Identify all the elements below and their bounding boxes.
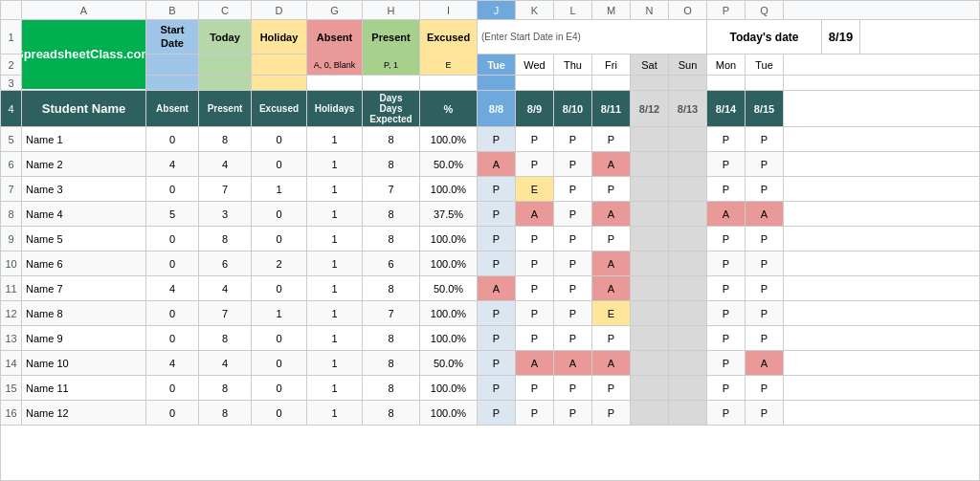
date-q-header: 8/15: [746, 91, 784, 126]
student-row-2: 7Name 307117100.0%PEPPPP: [1, 177, 979, 202]
student-row-1: 6Name 24401850.0%APPAPP: [1, 152, 979, 177]
student-row-8: 13Name 908018100.0%PPPPPP: [1, 326, 979, 351]
date-p-header: 8/14: [707, 91, 746, 126]
day-fri: Fri: [592, 55, 631, 75]
row3-n: [631, 76, 669, 90]
date-l-header: 8/10: [554, 91, 592, 126]
student-name-header: Student Name: [22, 91, 146, 126]
col-header-d: D: [252, 1, 307, 19]
col-header-b: B: [146, 1, 199, 19]
holiday-header: Holiday: [252, 20, 307, 54]
student-row-3: 8Name 45301837.5%PAPAAA: [1, 202, 979, 227]
row3-g: [307, 76, 363, 90]
student-row-5: 10Name 606216100.0%PPPAPP: [1, 251, 979, 276]
start-date-header: Start Date: [146, 20, 199, 54]
row3-c: [199, 76, 252, 90]
date-n-header: 8/12: [631, 91, 669, 126]
excused-header: Excused: [420, 20, 478, 55]
row-num-2: 2: [1, 55, 22, 75]
present-col-header: Present: [199, 91, 252, 126]
day-mon: Mon: [707, 55, 746, 75]
col-header-g: G: [307, 1, 363, 19]
col-header-row: A B C D G H I J K L M N O P Q: [1, 1, 979, 20]
row-num-3: 3: [1, 76, 22, 90]
col-header-l: L: [554, 1, 592, 19]
col-header-k: K: [516, 1, 554, 19]
date-m-header: 8/11: [592, 91, 631, 126]
row-num-1: 1: [1, 20, 22, 54]
student-rows: 5Name 108018100.0%PPPPPP6Name 24401850.0…: [1, 127, 979, 426]
brand-cell: SpreadsheetClass.com: [22, 20, 146, 89]
excused-sub: E: [420, 55, 478, 75]
col-header-o: O: [669, 1, 707, 19]
row3-k: [516, 76, 554, 90]
row3-d: [252, 76, 307, 90]
date-k-header: 8/9: [516, 91, 554, 126]
student-row-0: 5Name 108018100.0%PPPPPP: [1, 127, 979, 152]
row-num-4: 4: [1, 91, 22, 126]
date-j-header: 8/8: [478, 91, 516, 126]
day-wed: Wed: [516, 55, 554, 75]
absent-col-header: Absent: [146, 91, 199, 126]
row3-b: [146, 76, 199, 90]
row3-h: [363, 76, 420, 90]
student-row-10: 15Name 1108018100.0%PPPPPP: [1, 376, 979, 401]
student-row-9: 14Name 104401850.0%PAAAPA: [1, 351, 979, 376]
col-header-a: A: [22, 1, 146, 19]
col-header-c: C: [199, 1, 252, 19]
day-tue2: Tue: [746, 55, 784, 75]
col-header-m: M: [592, 1, 631, 19]
student-row-7: 12Name 807117100.0%PPPEPP: [1, 301, 979, 326]
row3-q: [746, 76, 784, 90]
col-header-q: Q: [746, 1, 784, 19]
col-header-i: I: [420, 1, 478, 19]
day-thu: Thu: [554, 55, 592, 75]
date-o-header: 8/13: [669, 91, 707, 126]
row3-o: [669, 76, 707, 90]
row-3: 3 SpreadsheetClass.com: [1, 76, 979, 91]
days-expected-col-header: Days Days Expected: [363, 91, 420, 126]
start-date-note: [146, 55, 199, 75]
present-header: Present: [363, 20, 420, 55]
present-sub: P, 1: [363, 55, 420, 75]
row3-l: [554, 76, 592, 90]
row3-m: [592, 76, 631, 90]
row-2: 2 A, 0, Blank P, 1 E Tue Wed Thu: [1, 55, 979, 76]
col-header-n: N: [631, 1, 669, 19]
col-header-j: J: [478, 1, 516, 19]
today-header: Today: [199, 20, 252, 54]
row-1: 1 SpreadsheetClass.com Start Date Today …: [1, 20, 979, 55]
excused-col-header: Excused: [252, 91, 307, 126]
enter-start-date-note: (Enter Start Date in E4): [478, 20, 707, 54]
col-header-p: P: [707, 1, 746, 19]
day-sat: Sat: [631, 55, 669, 75]
todays-date-label: Today's date: [707, 20, 822, 54]
today-note: [199, 55, 252, 75]
row-4: 4 Student Name Absent Present Excused Ho…: [1, 91, 979, 127]
holiday-note: [252, 55, 307, 75]
col-header-empty: [1, 1, 22, 19]
holidays-col-header: Holidays: [307, 91, 363, 126]
absent-header: Absent: [307, 20, 363, 55]
day-sun: Sun: [669, 55, 707, 75]
spreadsheet: A B C D G H I J K L M N O P Q 1 Spreadsh…: [0, 0, 980, 481]
student-row-6: 11Name 74401850.0%APPAPP: [1, 276, 979, 301]
row3-p: [707, 76, 746, 90]
todays-date-value: 8/19: [822, 20, 860, 54]
row3-i: [420, 76, 478, 90]
percent-col-header: %: [420, 91, 478, 126]
student-row-4: 9Name 508018100.0%PPPPPP: [1, 227, 979, 251]
row3-j: [478, 76, 516, 90]
col-header-h: H: [363, 1, 420, 19]
student-row-11: 16Name 1208018100.0%PPPPPP: [1, 401, 979, 426]
day-tue: Tue: [478, 55, 516, 75]
absent-sub: A, 0, Blank: [307, 55, 363, 75]
